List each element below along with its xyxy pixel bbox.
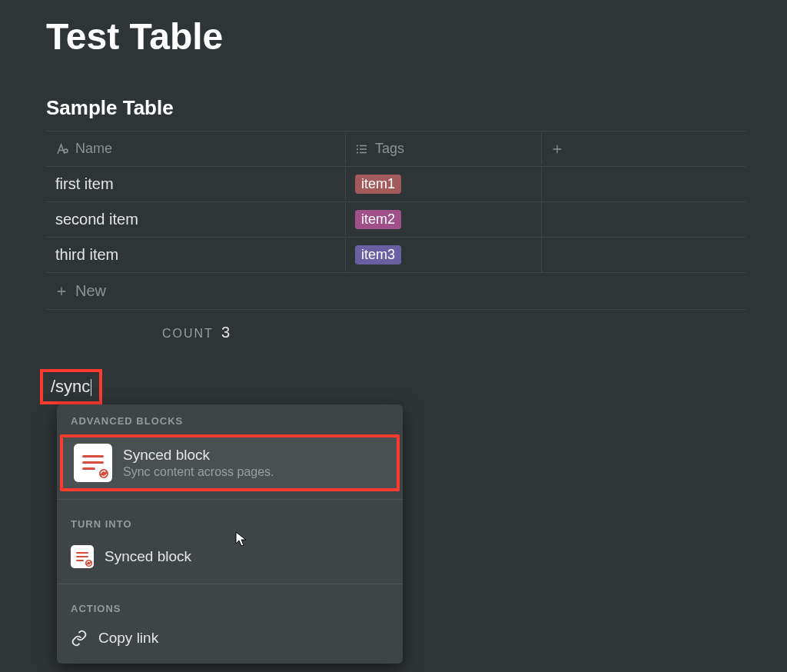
cell-empty	[542, 177, 745, 192]
synced-block-icon	[74, 444, 112, 482]
divider	[57, 499, 403, 500]
column-name-label: Name	[75, 141, 112, 157]
tag-badge: item2	[355, 210, 401, 229]
slash-input-text: /sync	[51, 377, 90, 396]
popup-section-actions: ACTIONS	[57, 592, 403, 622]
table-title[interactable]: Sample Table	[46, 96, 741, 120]
svg-rect-3	[360, 148, 367, 150]
popup-item-turn-into-synced-block[interactable]: Synced block	[57, 537, 403, 576]
divider	[57, 584, 403, 584]
column-tags-label: Tags	[375, 141, 404, 157]
table-row[interactable]: second item item2	[46, 202, 745, 238]
svg-point-2	[357, 148, 358, 149]
slash-command-input[interactable]: /sync	[40, 369, 102, 404]
cell-empty	[542, 248, 745, 263]
sync-badge-icon	[98, 467, 110, 480]
count-summary[interactable]: COUNT 3	[46, 310, 346, 341]
link-icon	[71, 630, 88, 647]
cell-tags[interactable]: item2	[346, 202, 542, 237]
svg-rect-5	[360, 151, 367, 153]
multiselect-property-icon	[355, 142, 369, 156]
slash-command-popup: ADVANCED BLOCKS Synced block Sync conten…	[57, 404, 403, 664]
plus-icon	[551, 143, 563, 155]
new-row-button[interactable]: New	[46, 273, 745, 310]
table-row[interactable]: third item item3	[46, 238, 745, 273]
text-caret	[91, 379, 91, 396]
database-table: Name Tags first item item1	[46, 131, 745, 341]
column-header-name[interactable]: Name	[46, 133, 346, 165]
count-value: 3	[221, 324, 230, 341]
popup-item-synced-block[interactable]: Synced block Sync content across pages.	[60, 434, 400, 491]
popup-section-advanced: ADVANCED BLOCKS	[57, 404, 403, 434]
popup-item-title: Synced block	[123, 447, 274, 464]
count-label: COUNT	[162, 327, 214, 340]
synced-block-icon	[71, 545, 94, 568]
new-row-label: New	[75, 282, 106, 300]
tag-badge: item3	[355, 245, 401, 264]
tag-badge: item1	[355, 175, 401, 194]
svg-rect-1	[360, 145, 367, 146]
popup-item-copy-link[interactable]: Copy link	[57, 622, 403, 654]
svg-point-0	[357, 145, 358, 146]
cell-name[interactable]: first item	[46, 168, 346, 201]
cell-name[interactable]: third item	[46, 238, 346, 271]
text-property-icon	[55, 142, 69, 156]
popup-item-desc: Sync content across pages.	[123, 465, 274, 479]
plus-icon	[55, 285, 68, 298]
svg-point-4	[357, 151, 358, 153]
popup-section-turn-into: TURN INTO	[57, 507, 403, 537]
table-row[interactable]: first item item1	[46, 167, 745, 202]
table-header-row: Name Tags	[46, 131, 745, 167]
cell-tags[interactable]: item3	[346, 238, 542, 272]
cell-tags[interactable]: item1	[346, 167, 542, 201]
sync-badge-icon	[85, 559, 93, 567]
add-column-button[interactable]	[542, 135, 745, 163]
cell-empty	[542, 212, 745, 228]
column-header-tags[interactable]: Tags	[346, 133, 542, 165]
page-title: Test Table	[46, 15, 741, 58]
popup-item-title: Synced block	[105, 548, 191, 565]
cell-name[interactable]: second item	[46, 203, 346, 236]
popup-item-title: Copy link	[98, 630, 158, 647]
